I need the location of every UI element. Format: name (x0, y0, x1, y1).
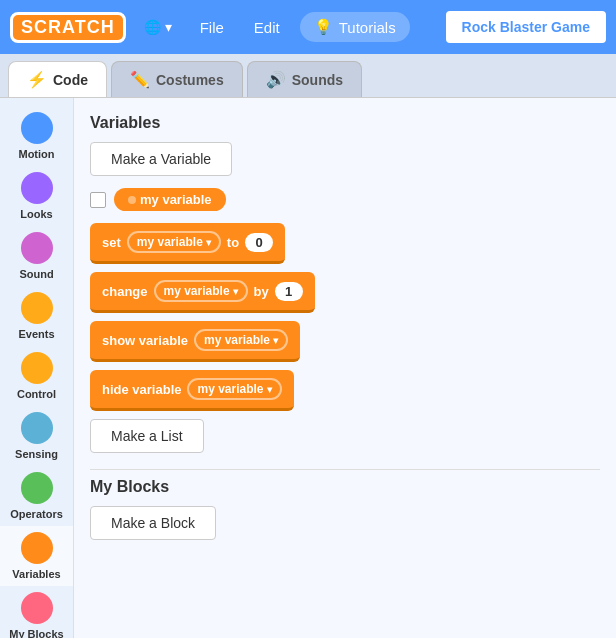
set-value-input[interactable]: 0 (245, 233, 273, 252)
globe-button[interactable]: 🌐 ▾ (136, 15, 180, 39)
sidebar: Motion Looks Sound Events Control Sensin… (0, 98, 74, 638)
tabbar: ⚡ Code ✏️ Costumes 🔊 Sounds (0, 54, 616, 98)
bulb-icon: 💡 (314, 18, 333, 36)
sidebar-item-events[interactable]: Events (0, 286, 73, 346)
sidebar-item-sound[interactable]: Sound (0, 226, 73, 286)
main-layout: Motion Looks Sound Events Control Sensin… (0, 98, 616, 638)
set-variable-label: my variable (137, 235, 203, 249)
sidebar-item-control[interactable]: Control (0, 346, 73, 406)
make-variable-button[interactable]: Make a Variable (90, 142, 232, 176)
variable-checkbox[interactable] (90, 192, 106, 208)
sidebar-item-sensing[interactable]: Sensing (0, 406, 73, 466)
change-label: change (102, 284, 148, 299)
set-variable-dropdown[interactable]: my variable ▾ (127, 231, 221, 253)
sidebar-item-motion[interactable]: Motion (0, 106, 73, 166)
hide-variable-block[interactable]: hide variable my variable ▾ (90, 370, 294, 411)
content-area: Variables Make a Variable my variable se… (74, 98, 616, 638)
sidebar-label-events: Events (18, 328, 54, 340)
change-dropdown-arrow: ▾ (233, 286, 238, 297)
costumes-tab-label: Costumes (156, 72, 224, 88)
show-variable-dropdown[interactable]: my variable ▾ (194, 329, 288, 351)
sidebar-item-variables[interactable]: Variables (0, 526, 73, 586)
show-variable-block[interactable]: show variable my variable ▾ (90, 321, 300, 362)
variables-title: Variables (90, 114, 600, 132)
variable-display-row: my variable (90, 188, 600, 211)
events-icon (21, 292, 53, 324)
make-list-button[interactable]: Make a List (90, 419, 204, 453)
myblocks-icon (21, 592, 53, 624)
show-dropdown-arrow: ▾ (273, 335, 278, 346)
operators-icon (21, 472, 53, 504)
sidebar-label-variables: Variables (12, 568, 60, 580)
change-block[interactable]: change my variable ▾ by 1 (90, 272, 315, 313)
change-value-input[interactable]: 1 (275, 282, 303, 301)
show-variable-label: show variable (102, 333, 188, 348)
code-tab-label: Code (53, 72, 88, 88)
sidebar-label-operators: Operators (10, 508, 63, 520)
sidebar-item-operators[interactable]: Operators (0, 466, 73, 526)
motion-icon (21, 112, 53, 144)
sound-icon (21, 232, 53, 264)
sidebar-label-looks: Looks (20, 208, 52, 220)
costumes-tab-icon: ✏️ (130, 70, 150, 89)
sidebar-label-sensing: Sensing (15, 448, 58, 460)
tutorials-label: Tutorials (339, 19, 396, 36)
edit-menu[interactable]: Edit (244, 13, 290, 42)
sounds-tab-icon: 🔊 (266, 70, 286, 89)
set-dropdown-arrow: ▾ (206, 237, 211, 248)
sidebar-label-sound: Sound (19, 268, 53, 280)
hide-variable-name: my variable (197, 382, 263, 396)
hide-dropdown-arrow: ▾ (267, 384, 272, 395)
sounds-tab-label: Sounds (292, 72, 343, 88)
hide-variable-dropdown[interactable]: my variable ▾ (187, 378, 281, 400)
file-menu[interactable]: File (190, 13, 234, 42)
section-divider (90, 469, 600, 470)
my-variable-pill: my variable (114, 188, 226, 211)
sidebar-label-motion: Motion (18, 148, 54, 160)
topbar: SCRATCH 🌐 ▾ File Edit 💡 Tutorials Rock B… (0, 0, 616, 54)
change-variable-label: my variable (164, 284, 230, 298)
looks-icon (21, 172, 53, 204)
hide-variable-label: hide variable (102, 382, 181, 397)
sidebar-label-myblocks: My Blocks (9, 628, 63, 638)
my-variable-label: my variable (140, 192, 212, 207)
control-icon (21, 352, 53, 384)
make-block-button[interactable]: Make a Block (90, 506, 216, 540)
set-label: set (102, 235, 121, 250)
my-blocks-title: My Blocks (90, 478, 600, 496)
pill-dot (128, 196, 136, 204)
set-block[interactable]: set my variable ▾ to 0 (90, 223, 285, 264)
sidebar-item-myblocks[interactable]: My Blocks (0, 586, 73, 638)
change-variable-dropdown[interactable]: my variable ▾ (154, 280, 248, 302)
by-label: by (254, 284, 269, 299)
tab-code[interactable]: ⚡ Code (8, 61, 107, 97)
project-name[interactable]: Rock Blaster Game (446, 11, 606, 43)
sidebar-label-control: Control (17, 388, 56, 400)
sidebar-item-looks[interactable]: Looks (0, 166, 73, 226)
code-tab-icon: ⚡ (27, 70, 47, 89)
show-variable-name: my variable (204, 333, 270, 347)
globe-arrow: ▾ (165, 19, 172, 35)
scratch-logo[interactable]: SCRATCH (10, 12, 126, 43)
sensing-icon (21, 412, 53, 444)
globe-icon: 🌐 (144, 19, 161, 35)
variables-icon (21, 532, 53, 564)
tab-sounds[interactable]: 🔊 Sounds (247, 61, 362, 97)
tab-costumes[interactable]: ✏️ Costumes (111, 61, 243, 97)
tutorials-button[interactable]: 💡 Tutorials (300, 12, 410, 42)
to-label: to (227, 235, 239, 250)
